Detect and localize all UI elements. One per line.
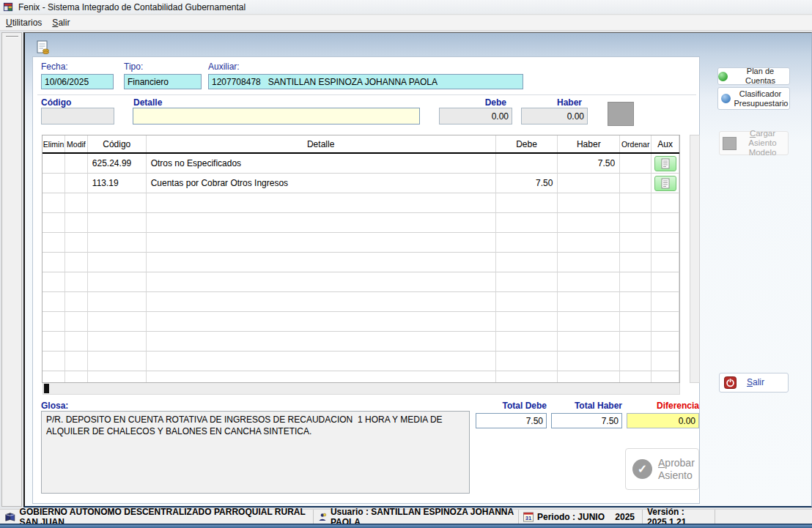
collapsed-side-panel[interactable] [1,32,22,507]
cell-elimin [43,272,65,292]
cell-aux [652,312,679,332]
cell-haber: 7.50 [558,154,620,174]
cell-codigo [88,253,147,272]
detalle-input[interactable] [133,108,420,124]
book-icon [4,512,16,522]
cell-debe [496,193,558,213]
green-sphere-icon [718,72,728,81]
cell-codigo [88,332,147,352]
new-entry-icon[interactable] [35,40,51,56]
codigo-input[interactable] [41,108,114,124]
status-period-text: Periodo : JUNIO [537,512,605,522]
cell-elimin [43,332,65,352]
glosa-textarea[interactable]: P/R. DEPOSITO EN CUENTA ROTATIVA DE INGR… [41,411,470,494]
gray-square-icon [723,137,737,150]
cell-detalle [147,213,496,233]
plan-de-cuentas-button[interactable]: Plan de Cuentas [717,67,790,85]
cell-detalle [147,272,496,292]
cell-codigo: 625.24.99 [88,154,147,174]
cell-elimin [43,253,65,272]
aux-document-button[interactable] [654,156,676,171]
salir-button[interactable]: Salir [719,373,789,393]
cell-haber [558,332,620,352]
cell-modif [65,272,88,292]
status-year-text: 2025 [615,512,638,522]
cell-haber [558,352,620,371]
table-row: 625.24.99Otros no Especificados7.50 [43,154,679,174]
cell-detalle [147,193,496,213]
cargar-asiento-modelo-button[interactable]: Cargar Asiento Modelo [719,131,789,155]
total-haber-input [551,413,622,428]
detalle-label: Detalle [133,97,162,108]
auxiliar-input[interactable] [208,74,523,89]
cell-detalle [147,332,496,352]
aux-document-button[interactable] [654,176,676,191]
cargar-asiento-label: Cargar Asiento Modelo [740,129,786,158]
status-entity: GOBIERNO AUTONOMO DESCENTRALIZADO PARROQ… [0,510,314,524]
cell-codigo: 113.19 [88,174,147,193]
cell-detalle [147,233,496,253]
table-row [43,233,679,253]
panel-grip[interactable] [6,36,18,37]
app-icon [3,1,14,12]
table-vertical-scrollbar[interactable] [690,135,700,383]
cell-debe [496,213,558,233]
table-row: 113.19Cuentas por Cobrar Otros Ingresos7… [43,174,679,193]
table-row [43,312,679,332]
approve-label-line2: Asiento [658,469,693,481]
cell-codigo [88,312,147,332]
cell-debe [496,272,558,292]
cell-ordenar [620,174,652,193]
menu-salir[interactable]: Salir [52,18,70,28]
cell-detalle [147,352,496,371]
cell-ordenar [620,352,652,371]
table-horizontal-scrollbar[interactable] [43,383,680,395]
cell-aux [652,371,679,383]
window-title: Fenix - Sistema Integrado de Contabilida… [18,2,246,12]
cell-aux [652,233,679,253]
column-header: Ordenar [620,135,652,152]
asiento-window: Fecha: Tipo: Auxiliar: Código Detalle De… [23,32,812,507]
table-row [43,193,679,213]
cell-aux [652,272,679,292]
cell-modif [65,371,88,383]
user-icon [318,512,327,522]
cell-ordenar [620,154,652,174]
clasificador-presupuestario-button[interactable]: Clasificador Presupuestario [717,87,790,110]
haber-label: Haber [521,97,582,108]
column-header: Código [88,135,147,152]
cell-codigo [88,352,147,371]
cell-debe: 7.50 [496,174,558,193]
hscroll-thumb[interactable] [44,384,49,393]
cell-aux [652,292,679,312]
debe-input[interactable] [439,108,512,124]
cell-debe [496,312,558,332]
salir-label: Salir [747,378,764,388]
table-row [43,272,679,292]
column-header: Detalle [147,135,496,152]
clasificador-label: Clasificador Presupuestario [734,89,787,108]
cell-elimin [43,292,65,312]
cell-aux [652,352,679,371]
cell-haber [558,174,620,193]
cell-elimin [43,174,65,193]
cell-elimin [43,213,65,233]
tipo-input[interactable] [124,74,202,89]
cell-debe [496,292,558,312]
haber-input[interactable] [521,108,588,124]
fecha-input[interactable] [41,74,114,89]
status-version: Versión : 2025.1.21 [643,510,715,524]
cell-modif [65,292,88,312]
cell-debe [496,253,558,272]
cell-modif [65,213,88,233]
cell-aux [652,332,679,352]
add-line-button[interactable] [608,102,634,126]
column-header: Modif [65,135,88,152]
cell-aux [652,213,679,233]
cell-codigo [88,233,147,253]
total-haber-label: Total Haber [551,401,622,411]
cell-modif [65,312,88,332]
menu-utilitarios[interactable]: Utilitarios [6,18,42,28]
aprobar-asiento-button[interactable]: ✓ Aprobar Asiento [625,448,699,490]
table-header-row: EliminModifCódigoDetalleDebeHaberOrdenar… [43,135,679,154]
